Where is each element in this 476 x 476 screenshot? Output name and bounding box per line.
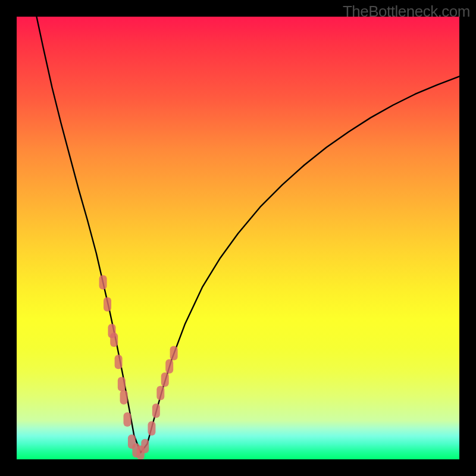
svg-rect-14 (156, 386, 164, 400)
chart-frame: TheBottleneck.com (0, 0, 476, 476)
svg-rect-5 (118, 377, 126, 392)
bottleneck-curve (36, 17, 459, 453)
svg-rect-1 (104, 298, 111, 312)
svg-rect-11 (141, 439, 149, 453)
svg-rect-12 (148, 421, 155, 436)
highlighted-points (99, 275, 178, 459)
svg-rect-0 (99, 275, 107, 289)
svg-rect-15 (161, 372, 169, 387)
svg-rect-6 (120, 390, 128, 405)
svg-rect-17 (170, 346, 178, 360)
svg-rect-3 (110, 333, 118, 347)
curve-overlay (17, 17, 459, 459)
svg-rect-13 (152, 403, 160, 418)
svg-rect-4 (115, 355, 123, 369)
plot-area (17, 17, 459, 459)
svg-rect-16 (165, 359, 173, 374)
attribution-text: TheBottleneck.com (343, 2, 470, 21)
svg-rect-7 (124, 412, 131, 427)
